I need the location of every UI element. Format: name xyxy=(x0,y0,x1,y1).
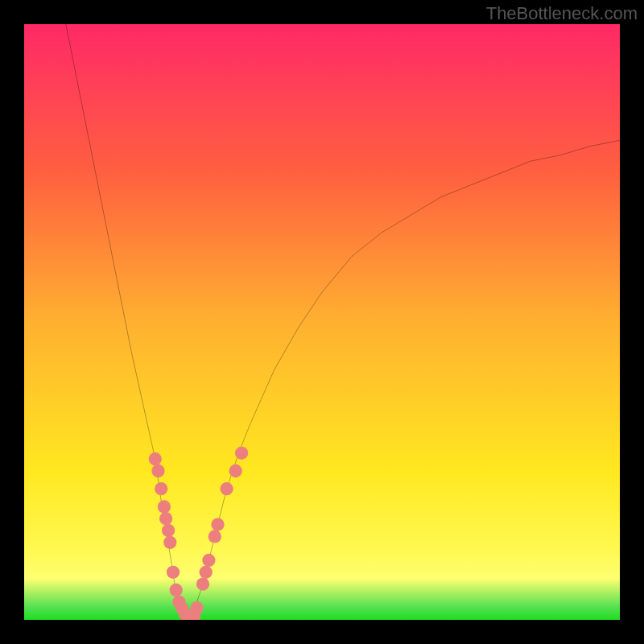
data-marker xyxy=(162,524,175,537)
data-marker xyxy=(170,584,183,597)
bottleneck-curve xyxy=(24,24,620,620)
data-marker xyxy=(190,601,203,614)
data-marker xyxy=(149,452,162,465)
data-marker xyxy=(155,482,167,495)
data-marker xyxy=(167,566,180,579)
data-marker xyxy=(200,566,213,579)
data-marker xyxy=(159,512,172,525)
data-marker xyxy=(211,518,224,530)
data-marker xyxy=(163,536,176,549)
chart-plot-area xyxy=(24,24,620,620)
right-ascending-curve xyxy=(191,140,620,620)
data-markers xyxy=(149,447,249,620)
data-marker xyxy=(196,577,209,590)
attribution-text: TheBottleneck.com xyxy=(486,3,638,24)
data-marker xyxy=(158,500,171,513)
data-marker xyxy=(202,554,215,567)
data-marker xyxy=(208,530,221,543)
data-marker xyxy=(151,464,164,477)
data-marker xyxy=(220,482,233,495)
data-marker xyxy=(235,447,248,460)
data-marker xyxy=(229,464,242,477)
